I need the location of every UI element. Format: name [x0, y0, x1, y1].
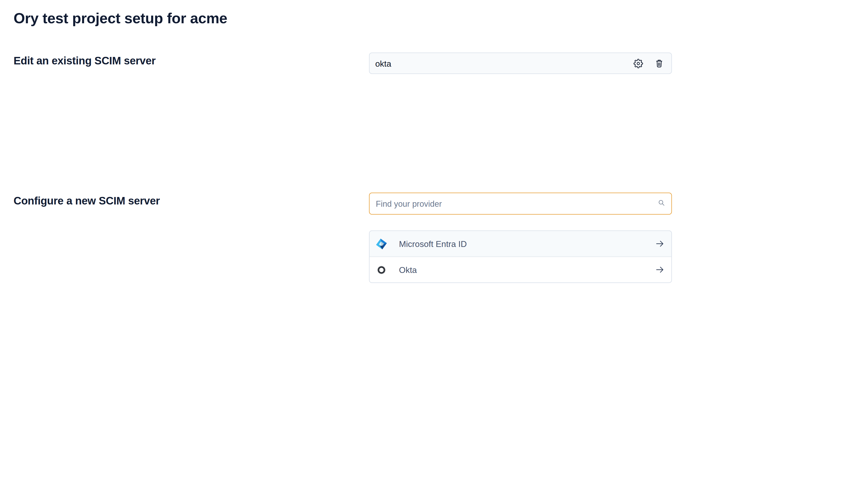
trash-icon [654, 59, 664, 68]
okta-logo-icon [375, 263, 388, 276]
provider-label: Microsoft Entra ID [399, 239, 467, 249]
provider-search-input[interactable] [369, 193, 672, 215]
page-title: Ory test project setup for acme [13, 9, 868, 27]
server-name: okta [375, 59, 391, 68]
existing-scim-heading: Edit an existing SCIM server [13, 54, 369, 68]
settings-icon [633, 59, 643, 68]
page: Ory test project setup for acme Edit an … [0, 9, 868, 488]
provider-label: Okta [399, 265, 417, 275]
provider-list: Microsoft Entra ID [369, 230, 672, 283]
existing-server-row: okta [369, 53, 672, 74]
arrow-right-icon [655, 239, 665, 249]
settings-button[interactable] [633, 59, 643, 68]
new-scim-heading: Configure a new SCIM server [13, 194, 369, 208]
existing-scim-section: Edit an existing SCIM server okta [0, 53, 868, 74]
arrow-right-icon [655, 265, 665, 275]
provider-row-microsoft-entra-id[interactable]: Microsoft Entra ID [370, 231, 671, 257]
provider-row-okta[interactable]: Okta [370, 256, 671, 283]
microsoft-entra-icon [375, 237, 388, 250]
new-scim-section: Configure a new SCIM server [0, 193, 868, 283]
delete-server-button[interactable] [654, 59, 664, 68]
